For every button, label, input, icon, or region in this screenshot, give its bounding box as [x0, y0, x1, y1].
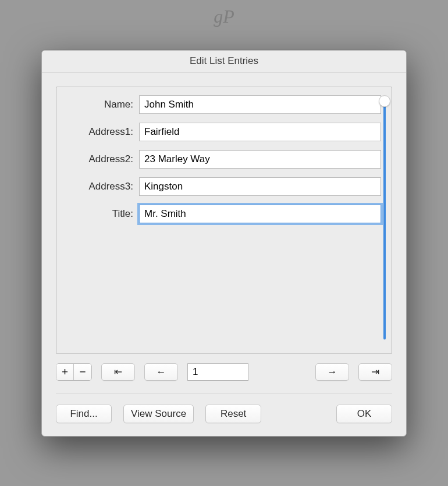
input-address3[interactable]	[139, 177, 381, 196]
add-record-button[interactable]: +	[56, 364, 74, 380]
prev-record-button[interactable]: ←	[144, 363, 178, 381]
label-address2: Address2:	[63, 153, 133, 165]
plus-icon: +	[62, 366, 68, 377]
form-panel: Name: Address1: Address2: Address3: Titl	[56, 87, 392, 354]
slider-thumb-icon[interactable]	[379, 95, 390, 107]
find-button[interactable]: Find...	[56, 405, 112, 423]
minus-icon: −	[79, 366, 86, 377]
row-title: Title:	[63, 205, 381, 223]
input-address2[interactable]	[139, 150, 381, 169]
label-name: Name:	[63, 99, 133, 110]
dialog-title: Edit List Entries	[42, 51, 406, 73]
first-icon: ⇤	[114, 366, 122, 378]
add-remove-group: + −	[56, 363, 92, 381]
remove-record-button[interactable]: −	[74, 364, 91, 380]
next-record-button[interactable]: →	[315, 363, 349, 381]
record-number-input[interactable]	[187, 363, 248, 381]
reset-button[interactable]: Reset	[205, 405, 261, 423]
label-address1: Address1:	[63, 126, 133, 138]
next-icon: →	[328, 366, 337, 378]
dialog-content: Name: Address1: Address2: Address3: Titl	[42, 73, 406, 436]
divider	[56, 394, 392, 394]
row-name: Name:	[63, 95, 381, 114]
input-address1[interactable]	[139, 123, 381, 141]
first-record-button[interactable]: ⇤	[101, 363, 135, 381]
prev-icon: ←	[157, 366, 166, 378]
navigation-row: + − ⇤ ← → ⇥	[56, 363, 392, 381]
row-address3: Address3:	[63, 177, 381, 196]
watermark-text: gP	[214, 6, 234, 27]
last-record-button[interactable]: ⇥	[358, 363, 392, 381]
label-title: Title:	[63, 208, 133, 220]
last-icon: ⇥	[371, 366, 379, 378]
row-address1: Address1:	[63, 123, 381, 141]
bottom-button-row: Find... View Source Reset OK	[56, 405, 392, 423]
row-address2: Address2:	[63, 150, 381, 169]
input-name[interactable]	[139, 95, 381, 114]
record-slider[interactable]	[383, 101, 386, 340]
input-title[interactable]	[139, 205, 381, 223]
view-source-button[interactable]: View Source	[123, 405, 194, 423]
ok-button[interactable]: OK	[336, 405, 392, 423]
label-address3: Address3:	[63, 181, 133, 192]
edit-list-entries-dialog: Edit List Entries Name: Address1: Addres…	[41, 50, 407, 437]
